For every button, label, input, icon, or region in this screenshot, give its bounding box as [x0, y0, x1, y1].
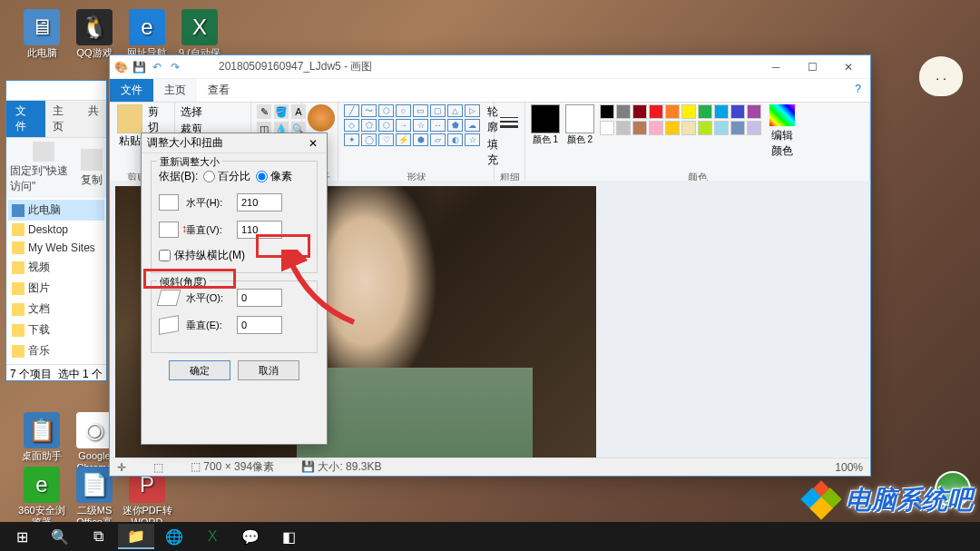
tree-folder[interactable]: 下载 — [8, 320, 104, 340]
shape-button[interactable]: ╱ — [344, 104, 359, 117]
pixels-radio[interactable]: 像素 — [256, 169, 292, 184]
taskbar-browser[interactable]: 🌐 — [156, 524, 192, 549]
color-swatch[interactable] — [681, 104, 696, 119]
explorer-tab-file[interactable]: 文件 — [6, 101, 45, 137]
color-swatch[interactable] — [747, 104, 761, 119]
color-swatch[interactable] — [616, 104, 631, 119]
shape-button[interactable]: ○ — [396, 104, 411, 117]
color-swatch[interactable] — [632, 121, 647, 135]
taskbar-excel[interactable]: X — [194, 524, 230, 549]
shape-button[interactable]: ◐ — [447, 133, 463, 146]
cut-button[interactable]: 剪切 — [148, 104, 169, 135]
color-swatch[interactable] — [665, 104, 680, 119]
color-swatch[interactable] — [632, 104, 647, 119]
ok-button[interactable]: 确定 — [169, 360, 230, 380]
taskbar-app[interactable]: ◧ — [270, 524, 307, 549]
color-swatch[interactable] — [616, 121, 631, 135]
tree-folder[interactable]: 文档 — [8, 299, 104, 320]
shape-button[interactable]: 〜 — [361, 104, 377, 117]
tab-home[interactable]: 主页 — [153, 79, 197, 102]
start-button[interactable]: ⊞ — [4, 524, 40, 549]
resize-skew-dialog[interactable]: 调整大小和扭曲 ✕ 重新调整大小 依据(B): 百分比 像素 水平(H): 垂直… — [141, 133, 328, 445]
tree-folder[interactable]: My Web Sites — [8, 239, 104, 257]
fill-icon[interactable]: 🪣 — [274, 104, 289, 119]
desktop-icon[interactable]: e网址导航 — [122, 9, 172, 59]
shape-button[interactable]: ▷ — [465, 104, 480, 117]
skew-v-input[interactable] — [237, 316, 282, 334]
desktop-icon[interactable]: 🖥此电脑 — [16, 9, 67, 59]
minimize-button[interactable]: ─ — [758, 57, 794, 77]
mascot-widget[interactable] — [909, 56, 973, 129]
color-swatch[interactable] — [681, 121, 696, 135]
shape-button[interactable]: ⬡ — [378, 104, 394, 117]
shape-button[interactable]: ☁ — [465, 119, 480, 132]
undo-icon[interactable]: ↶ — [150, 60, 164, 74]
shape-button[interactable]: ☆ — [413, 119, 428, 132]
shape-button[interactable]: △ — [447, 104, 463, 117]
brush-button[interactable] — [308, 104, 335, 132]
color-swatch[interactable] — [730, 121, 745, 135]
pin-button[interactable]: 固定到"快速访问" — [10, 142, 77, 194]
color-swatch[interactable] — [698, 121, 712, 135]
close-button[interactable]: ✕ — [830, 57, 867, 77]
pencil-icon[interactable]: ✎ — [257, 104, 271, 119]
stroke-button[interactable] — [500, 104, 518, 141]
maximize-button[interactable]: ☐ — [794, 57, 830, 77]
shape-button[interactable]: ⚡ — [396, 133, 411, 146]
explorer-tab-share[interactable]: 共 — [81, 101, 106, 137]
shape-button[interactable]: ▱ — [430, 133, 446, 146]
color-swatch[interactable] — [730, 104, 745, 119]
tree-folder[interactable]: 视频 — [8, 257, 104, 278]
shape-button[interactable]: ⬟ — [447, 119, 463, 132]
tree-folder[interactable]: Desktop — [8, 221, 104, 239]
shape-button[interactable]: ◯ — [361, 133, 377, 146]
explorer-tab-home[interactable]: 主页 — [45, 101, 81, 137]
percent-radio[interactable]: 百分比 — [203, 169, 250, 184]
redo-icon[interactable]: ↷ — [168, 60, 182, 74]
taskbar[interactable]: ⊞ 🔍 ⧉ 📁 🌐 X 💬 ◧ — [0, 522, 980, 551]
shape-button[interactable]: ⬡ — [378, 119, 394, 132]
desktop-icon[interactable]: e360安全浏览器 — [16, 467, 67, 528]
desktop-icon[interactable]: 📋桌面助手 — [16, 412, 67, 462]
color-swatch[interactable] — [600, 121, 614, 135]
file-explorer-window[interactable]: 文件 主页 共 固定到"快速访问" 复制 此电脑DesktopMy Web Si… — [5, 80, 107, 381]
copy-button[interactable]: 复制 — [81, 142, 103, 194]
desktop-icon[interactable]: 🐧QQ游戏 — [69, 9, 120, 59]
vertical-input[interactable] — [237, 221, 282, 239]
color-swatch[interactable] — [714, 121, 729, 135]
aspect-ratio-checkbox[interactable]: 保持纵横比(M) — [159, 248, 309, 263]
floating-badge[interactable] — [935, 471, 971, 507]
paint-titlebar[interactable]: 🎨 💾 ↶ ↷ 20180509160947_LJdw5 - 画图 ─ ☐ ✕ — [110, 55, 870, 79]
color-swatch[interactable] — [665, 121, 680, 135]
shape-button[interactable]: ⬠ — [361, 119, 377, 132]
color1-swatch[interactable] — [531, 104, 560, 133]
shape-button[interactable]: → — [396, 119, 411, 132]
shape-button[interactable]: ▭ — [413, 104, 428, 117]
shape-button[interactable]: ♡ — [378, 133, 394, 146]
tree-folder[interactable]: 图片 — [8, 278, 104, 299]
shape-button[interactable]: ✦ — [344, 133, 359, 146]
color-swatch[interactable] — [649, 121, 663, 135]
color-swatch[interactable] — [698, 104, 712, 119]
taskbar-explorer[interactable]: 📁 — [118, 524, 154, 549]
color-swatch[interactable] — [600, 104, 614, 119]
explorer-titlebar[interactable] — [6, 81, 106, 101]
taskbar-wechat[interactable]: 💬 — [232, 524, 269, 549]
tab-view[interactable]: 查看 — [197, 79, 240, 102]
tab-file[interactable]: 文件 — [110, 79, 153, 102]
task-view-button[interactable]: ⧉ — [80, 524, 116, 549]
shape-button[interactable]: ◇ — [344, 119, 359, 132]
edit-colors-button[interactable]: 编辑颜色 — [767, 104, 798, 159]
skew-h-input[interactable] — [237, 289, 282, 307]
dialog-titlebar[interactable]: 调整大小和扭曲 ✕ — [142, 133, 327, 153]
color2-swatch[interactable] — [565, 104, 594, 133]
shape-button[interactable]: ↔ — [430, 119, 446, 132]
help-button[interactable]: ? — [846, 79, 870, 102]
save-icon[interactable]: 💾 — [132, 60, 146, 74]
tree-folder[interactable]: 音乐 — [8, 340, 104, 361]
select-button[interactable]: 选择 — [181, 104, 245, 120]
shape-button[interactable]: ☆ — [465, 133, 480, 146]
color-swatch[interactable] — [714, 104, 729, 119]
color-swatch[interactable] — [649, 104, 663, 119]
tree-this-pc[interactable]: 此电脑 — [8, 200, 104, 221]
